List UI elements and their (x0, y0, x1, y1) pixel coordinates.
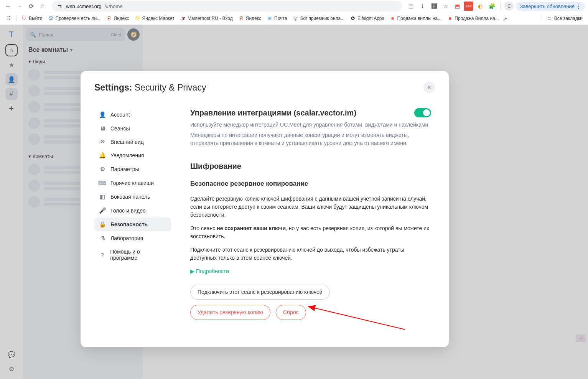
reload-button[interactable]: ⟳ (26, 1, 36, 11)
settings-nav-icon: 🔒 (99, 221, 106, 228)
bookmark-item[interactable]: ⓂЯндекс Маркет (132, 14, 177, 23)
details-toggle[interactable]: ▶Подробности (190, 267, 431, 275)
close-icon: ✕ (427, 84, 432, 91)
forward-button[interactable]: → (15, 1, 25, 11)
bookmark-label: Яндекс (114, 16, 129, 21)
toolbar-right: ⚿ ⤓ 🅰 ☆ ⬒ MIX ◐ 🧩 C Завершить обновление… (407, 2, 585, 11)
backup-desc-3: Подключите этот сеанс к резервированию к… (190, 246, 431, 262)
settings-nav-label: Горячие клавиши (110, 180, 154, 186)
settings-nav-label: Внешний вид (110, 139, 144, 145)
bookmark-label: Почта (274, 16, 287, 21)
settings-nav: 👤Account🖥Сеансы👁Внешний вид🔔Уведомления⚙… (94, 99, 171, 336)
bookmark-icon: ◎ (292, 15, 298, 21)
bookmark-icon: Я (106, 15, 112, 21)
bookmarks-bar: ⠿ 🛡ВыйтиⓌПроверяем есть ли...ЯЯндексⓂЯнд… (0, 12, 588, 25)
bookmark-item[interactable]: ✪Elfsight Apps (348, 14, 386, 23)
home-button[interactable]: ⌂ (38, 1, 48, 11)
settings-nav-icon: ⌨ (99, 180, 106, 186)
install-icon[interactable]: ⤓ (418, 2, 427, 11)
key-icon[interactable]: ⚿ (407, 2, 416, 11)
settings-nav-item[interactable]: 🖥Сеансы (94, 122, 171, 135)
bookmark-label: Проверяем есть ли... (56, 16, 101, 21)
settings-nav-item[interactable]: 🔔Уведомления (94, 148, 171, 162)
ext3-icon[interactable]: ◐ (476, 2, 485, 11)
bookmark-label: Яндекс Маркет (142, 16, 175, 21)
encryption-heading: Шифрование (190, 160, 431, 172)
ext1-icon[interactable]: ⬒ (453, 2, 462, 11)
app: T ⌂ ★ 👤 # + 💬 ⚙ 🔍 Поиск Ctrl K 🧭 Все ком… (0, 25, 588, 379)
bookmarks-overflow[interactable]: » (502, 15, 509, 22)
bookmark-item[interactable]: ■Продажа виллы на... (387, 14, 444, 23)
settings-nav-label: Уведомления (110, 152, 144, 158)
backup-desc-1: Сделайте резервную копию ключей шифрован… (190, 195, 431, 219)
bookmark-item[interactable]: 🛡Выйти (19, 14, 45, 23)
settings-nav-label: Боковая панель (110, 194, 150, 200)
reset-button[interactable]: Сброс (276, 305, 306, 320)
settings-nav-icon: ⚙ (99, 166, 106, 173)
connect-backup-button[interactable]: Подключить этот сеанс к резервированию к… (190, 285, 330, 300)
integrations-desc-1: Используйте менеджер интеграций UC.Meet … (190, 121, 431, 129)
settings-nav-label: Голос и видео (110, 208, 146, 214)
bookmark-item[interactable]: ✉Почта (264, 14, 289, 23)
settings-nav-icon: 🖥 (99, 125, 106, 132)
settings-nav-label: Лаборатория (110, 235, 143, 241)
ext2-icon[interactable]: MIX (464, 2, 473, 11)
integrations-heading: Управление интеграциями (scalar.vector.i… (190, 107, 431, 119)
settings-nav-item[interactable]: 🎤Голос и видео (94, 204, 171, 218)
url-path: /#/home (105, 3, 123, 9)
bookmark-label: Sdr приемник онла... (300, 16, 344, 21)
delete-backup-button[interactable]: Удалить резервную копию (190, 305, 270, 320)
settings-nav-icon: 🔔 (99, 152, 106, 159)
bookmark-item[interactable]: ⓌПроверяем есть ли... (46, 14, 103, 23)
settings-nav-label: Параметры (110, 166, 139, 172)
settings-nav-item[interactable]: 👁Внешний вид (94, 135, 171, 148)
bookmark-icon: Я (238, 15, 244, 21)
extensions-icon[interactable]: 🧩 (487, 2, 496, 11)
settings-nav-item[interactable]: 🔒Безопасность (94, 218, 171, 231)
bookmark-label: Elfsight Apps (357, 16, 384, 21)
bookmark-icon: ✪ (350, 15, 356, 21)
back-button[interactable]: ← (3, 1, 13, 11)
settings-nav-label: Account (110, 112, 130, 118)
profile-avatar[interactable]: C (504, 2, 514, 11)
bookmark-icon: ■ (389, 15, 395, 21)
close-button[interactable]: ✕ (423, 82, 435, 93)
integrations-toggle[interactable] (414, 108, 431, 117)
bookmark-item[interactable]: ЯЯндекс (104, 14, 131, 23)
settings-nav-item[interactable]: ⚙Параметры (94, 162, 171, 176)
settings-content: Управление интеграциями (scalar.vector.i… (179, 99, 435, 336)
bookmark-star-icon[interactable]: ☆ (441, 2, 450, 11)
settings-nav-item[interactable]: ?Помощь и о программе (94, 245, 171, 264)
settings-nav-icon: ⚗ (99, 235, 106, 242)
settings-nav-icon: ? (99, 252, 105, 258)
settings-nav-item[interactable]: ◧Боковая панель (94, 190, 171, 204)
settings-nav-label: Сеансы (110, 125, 130, 132)
settings-nav-icon: 👁 (99, 138, 106, 145)
address-bar[interactable]: ⇆ web.ucmeet.org/#/home (52, 1, 402, 12)
url-host: web.ucmeet.org (66, 3, 102, 9)
browser-chrome: ← → ⟳ ⌂ ⇆ web.ucmeet.org/#/home ⚿ ⤓ 🅰 ☆ … (0, 0, 588, 25)
bookmark-label: Выйти (29, 16, 43, 21)
bookmark-icon: .m (180, 15, 186, 21)
settings-nav-icon: 🎤 (99, 207, 106, 214)
settings-nav-item[interactable]: 👤Account (94, 108, 171, 122)
backup-desc-2: Это сеанс не сохраняет ваши ключи, но у … (190, 224, 431, 241)
bookmark-item[interactable]: ■Продажа Вилла на... (445, 14, 501, 23)
modal-title: Settings: Security & Privacy (94, 82, 206, 93)
bookmark-icon: Ⓜ (135, 15, 141, 21)
bookmark-item[interactable]: ◎Sdr приемник онла... (290, 14, 347, 23)
bookmark-icon: 🛡 (21, 15, 27, 21)
bookmark-item[interactable]: .mMasterhost RU - Вход (178, 14, 235, 23)
bookmark-label: Продажа Вилла на... (455, 16, 499, 21)
update-button[interactable]: Завершить обновление ⋮ (516, 2, 585, 11)
all-bookmarks[interactable]: 🗀Все закладки (544, 14, 585, 23)
apps-icon: ⠿ (5, 15, 12, 21)
apps-button[interactable]: ⠿ (3, 14, 14, 23)
settings-nav-item[interactable]: ⌨Горячие клавиши (94, 176, 171, 190)
settings-nav-item[interactable]: ⚗Лаборатория (94, 231, 171, 245)
translate-icon[interactable]: 🅰 (430, 2, 439, 11)
settings-nav-icon: ◧ (99, 193, 106, 200)
triangle-right-icon: ▶ (190, 267, 194, 275)
bookmark-item[interactable]: ЯЯндекс (236, 14, 264, 23)
divider (542, 15, 542, 21)
